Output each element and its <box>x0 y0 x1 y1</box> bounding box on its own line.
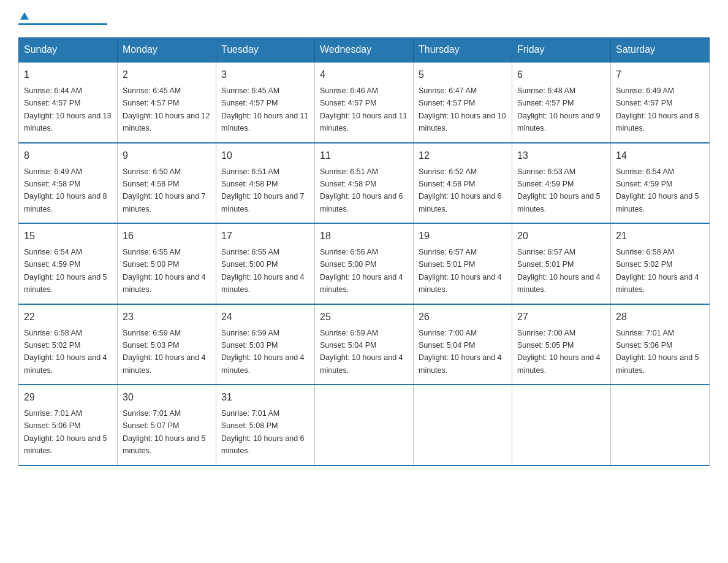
calendar-cell: 26 Sunrise: 7:00 AMSunset: 5:04 PMDaylig… <box>414 304 512 385</box>
day-number: 30 <box>123 390 211 405</box>
day-info: Sunrise: 6:44 AMSunset: 4:57 PMDaylight:… <box>24 86 111 132</box>
calendar-cell: 16 Sunrise: 6:55 AMSunset: 5:00 PMDaylig… <box>118 223 216 304</box>
day-number: 4 <box>320 67 408 82</box>
calendar-cell: 3 Sunrise: 6:45 AMSunset: 4:57 PMDayligh… <box>216 62 315 143</box>
weekday-header-row: SundayMondayTuesdayWednesdayThursdayFrid… <box>19 38 710 63</box>
calendar-cell: 20 Sunrise: 6:57 AMSunset: 5:01 PMDaylig… <box>512 223 611 304</box>
day-info: Sunrise: 7:00 AMSunset: 5:04 PMDaylight:… <box>419 329 502 375</box>
day-info: Sunrise: 6:52 AMSunset: 4:58 PMDaylight:… <box>419 167 502 213</box>
calendar-cell: 10 Sunrise: 6:51 AMSunset: 4:58 PMDaylig… <box>216 143 315 224</box>
day-info: Sunrise: 6:45 AMSunset: 4:57 PMDaylight:… <box>123 86 210 132</box>
calendar-cell: 15 Sunrise: 6:54 AMSunset: 4:59 PMDaylig… <box>19 223 118 304</box>
page-header <box>18 12 710 25</box>
day-number: 17 <box>221 229 309 243</box>
day-number: 8 <box>24 148 112 163</box>
day-info: Sunrise: 6:57 AMSunset: 5:01 PMDaylight:… <box>419 248 502 294</box>
day-info: Sunrise: 6:56 AMSunset: 5:00 PMDaylight:… <box>320 248 403 294</box>
day-info: Sunrise: 6:49 AMSunset: 4:58 PMDaylight:… <box>24 167 107 213</box>
calendar-week-row: 29 Sunrise: 7:01 AMSunset: 5:06 PMDaylig… <box>19 385 710 465</box>
calendar-cell: 9 Sunrise: 6:50 AMSunset: 4:58 PMDayligh… <box>118 143 216 224</box>
calendar-cell: 27 Sunrise: 7:00 AMSunset: 5:05 PMDaylig… <box>512 304 611 385</box>
day-number: 5 <box>419 67 507 82</box>
day-info: Sunrise: 6:47 AMSunset: 4:57 PMDaylight:… <box>419 86 506 132</box>
calendar-cell <box>611 385 710 465</box>
weekday-header-friday: Friday <box>512 38 611 63</box>
weekday-header-monday: Monday <box>118 38 216 63</box>
weekday-header-sunday: Sunday <box>19 38 118 63</box>
day-number: 24 <box>221 310 309 324</box>
logo-underline <box>18 23 107 25</box>
day-number: 16 <box>123 229 211 243</box>
day-info: Sunrise: 6:54 AMSunset: 4:59 PMDaylight:… <box>616 167 699 213</box>
calendar-cell: 31 Sunrise: 7:01 AMSunset: 5:08 PMDaylig… <box>216 385 315 465</box>
calendar-cell: 30 Sunrise: 7:01 AMSunset: 5:07 PMDaylig… <box>118 385 216 465</box>
calendar-cell: 24 Sunrise: 6:59 AMSunset: 5:03 PMDaylig… <box>216 304 315 385</box>
day-number: 2 <box>123 67 211 82</box>
day-info: Sunrise: 6:59 AMSunset: 5:03 PMDaylight:… <box>123 329 206 375</box>
calendar-week-row: 22 Sunrise: 6:58 AMSunset: 5:02 PMDaylig… <box>19 304 710 385</box>
calendar-cell <box>414 385 512 465</box>
calendar-cell: 5 Sunrise: 6:47 AMSunset: 4:57 PMDayligh… <box>414 62 512 143</box>
calendar-cell: 18 Sunrise: 6:56 AMSunset: 5:00 PMDaylig… <box>315 223 414 304</box>
day-number: 18 <box>320 229 408 243</box>
day-number: 13 <box>517 148 605 163</box>
day-info: Sunrise: 6:57 AMSunset: 5:01 PMDaylight:… <box>517 248 601 294</box>
day-info: Sunrise: 6:58 AMSunset: 5:02 PMDaylight:… <box>616 248 699 294</box>
weekday-header-thursday: Thursday <box>414 38 512 63</box>
day-info: Sunrise: 6:46 AMSunset: 4:57 PMDaylight:… <box>320 86 407 132</box>
day-info: Sunrise: 6:51 AMSunset: 4:58 PMDaylight:… <box>320 167 403 213</box>
day-number: 27 <box>517 310 605 324</box>
day-info: Sunrise: 7:01 AMSunset: 5:08 PMDaylight:… <box>221 409 305 455</box>
logo <box>18 12 116 25</box>
weekday-header-saturday: Saturday <box>611 38 710 63</box>
calendar-cell: 4 Sunrise: 6:46 AMSunset: 4:57 PMDayligh… <box>315 62 414 143</box>
calendar-cell: 19 Sunrise: 6:57 AMSunset: 5:01 PMDaylig… <box>414 223 512 304</box>
day-number: 20 <box>517 229 605 243</box>
day-number: 28 <box>616 310 704 324</box>
calendar-cell: 13 Sunrise: 6:53 AMSunset: 4:59 PMDaylig… <box>512 143 611 224</box>
day-info: Sunrise: 6:50 AMSunset: 4:58 PMDaylight:… <box>123 167 206 213</box>
calendar-cell <box>315 385 414 465</box>
day-number: 12 <box>419 148 507 163</box>
calendar-week-row: 15 Sunrise: 6:54 AMSunset: 4:59 PMDaylig… <box>19 223 710 304</box>
calendar-cell: 8 Sunrise: 6:49 AMSunset: 4:58 PMDayligh… <box>19 143 118 224</box>
day-number: 25 <box>320 310 408 324</box>
calendar-cell: 29 Sunrise: 7:01 AMSunset: 5:06 PMDaylig… <box>19 385 118 465</box>
calendar-cell: 6 Sunrise: 6:48 AMSunset: 4:57 PMDayligh… <box>512 62 611 143</box>
calendar-table: SundayMondayTuesdayWednesdayThursdayFrid… <box>18 37 710 466</box>
calendar-cell: 17 Sunrise: 6:55 AMSunset: 5:00 PMDaylig… <box>216 223 315 304</box>
day-number: 21 <box>616 229 704 243</box>
day-info: Sunrise: 6:48 AMSunset: 4:57 PMDaylight:… <box>517 86 601 132</box>
calendar-cell: 14 Sunrise: 6:54 AMSunset: 4:59 PMDaylig… <box>611 143 710 224</box>
calendar-week-row: 8 Sunrise: 6:49 AMSunset: 4:58 PMDayligh… <box>19 143 710 224</box>
calendar-cell: 23 Sunrise: 6:59 AMSunset: 5:03 PMDaylig… <box>118 304 216 385</box>
day-number: 7 <box>616 67 704 82</box>
day-info: Sunrise: 7:01 AMSunset: 5:06 PMDaylight:… <box>24 409 107 455</box>
weekday-header-tuesday: Tuesday <box>216 38 315 63</box>
calendar-cell: 12 Sunrise: 6:52 AMSunset: 4:58 PMDaylig… <box>414 143 512 224</box>
day-number: 22 <box>24 310 112 324</box>
day-info: Sunrise: 6:49 AMSunset: 4:57 PMDaylight:… <box>616 86 699 132</box>
weekday-header-wednesday: Wednesday <box>315 38 414 63</box>
day-info: Sunrise: 6:59 AMSunset: 5:04 PMDaylight:… <box>320 329 403 375</box>
calendar-cell: 7 Sunrise: 6:49 AMSunset: 4:57 PMDayligh… <box>611 62 710 143</box>
day-number: 19 <box>419 229 507 243</box>
day-number: 26 <box>419 310 507 324</box>
day-number: 1 <box>24 67 112 82</box>
day-number: 15 <box>24 229 112 243</box>
calendar-cell: 2 Sunrise: 6:45 AMSunset: 4:57 PMDayligh… <box>118 62 216 143</box>
day-number: 11 <box>320 148 408 163</box>
day-info: Sunrise: 6:55 AMSunset: 5:00 PMDaylight:… <box>123 248 206 294</box>
day-number: 31 <box>221 390 309 405</box>
day-number: 9 <box>123 148 211 163</box>
day-number: 3 <box>221 67 309 82</box>
day-info: Sunrise: 7:00 AMSunset: 5:05 PMDaylight:… <box>517 329 601 375</box>
day-info: Sunrise: 7:01 AMSunset: 5:06 PMDaylight:… <box>616 329 699 375</box>
day-number: 14 <box>616 148 704 163</box>
calendar-cell: 21 Sunrise: 6:58 AMSunset: 5:02 PMDaylig… <box>611 223 710 304</box>
calendar-cell: 25 Sunrise: 6:59 AMSunset: 5:04 PMDaylig… <box>315 304 414 385</box>
day-info: Sunrise: 6:58 AMSunset: 5:02 PMDaylight:… <box>24 329 107 375</box>
calendar-cell: 28 Sunrise: 7:01 AMSunset: 5:06 PMDaylig… <box>611 304 710 385</box>
day-info: Sunrise: 6:45 AMSunset: 4:57 PMDaylight:… <box>221 86 308 132</box>
calendar-cell: 11 Sunrise: 6:51 AMSunset: 4:58 PMDaylig… <box>315 143 414 224</box>
